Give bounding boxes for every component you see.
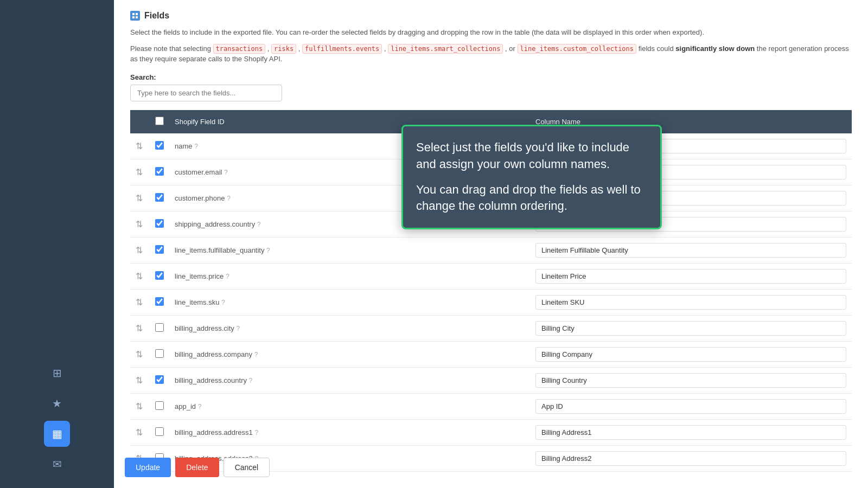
row-checkbox-10[interactable] <box>155 401 164 410</box>
drag-handle-cell: ⇅ <box>130 367 150 393</box>
row-checkbox-5[interactable] <box>155 271 164 280</box>
row-checkbox-3[interactable] <box>155 219 164 228</box>
drag-handle-cell: ⇅ <box>130 315 150 341</box>
field-id-text: billing_address.address1 ? <box>175 428 258 436</box>
column-name-cell <box>530 341 852 367</box>
help-icon[interactable]: ? <box>254 429 258 436</box>
description-text: Select the fields to include in the expo… <box>130 27 852 38</box>
help-icon[interactable]: ? <box>249 377 253 384</box>
row-checkbox-4[interactable] <box>155 245 164 254</box>
column-name-input-8[interactable] <box>535 347 846 362</box>
drag-handle[interactable]: ⇅ <box>136 402 143 411</box>
help-icon[interactable]: ? <box>198 403 202 410</box>
column-name-input-12[interactable] <box>535 451 846 466</box>
tooltip-line1: Select just the fields you'd like to inc… <box>416 139 647 173</box>
column-name-cell <box>530 289 852 315</box>
row-checkbox-9[interactable] <box>155 375 164 384</box>
checkbox-cell <box>150 211 169 237</box>
cancel-button[interactable]: Cancel <box>224 458 270 477</box>
help-icon[interactable]: ? <box>257 221 261 228</box>
section-header: Fields <box>130 11 852 21</box>
drag-handle-cell: ⇅ <box>130 419 150 445</box>
drag-handle[interactable]: ⇅ <box>136 272 143 281</box>
row-checkbox-7[interactable] <box>155 323 164 332</box>
drag-handle[interactable]: ⇅ <box>136 168 143 177</box>
drag-header <box>130 110 150 133</box>
checkbox-cell <box>150 341 169 367</box>
help-icon[interactable]: ? <box>227 195 231 202</box>
field-id-text: app_id ? <box>175 402 201 410</box>
help-icon[interactable]: ? <box>221 299 225 306</box>
checkbox-cell <box>150 289 169 315</box>
checkbox-cell <box>150 185 169 211</box>
drag-handle-cell: ⇅ <box>130 133 150 159</box>
checkbox-cell <box>150 367 169 393</box>
column-name-input-10[interactable] <box>535 399 846 414</box>
sidebar-grid-btn[interactable]: ▦ <box>44 421 70 447</box>
help-icon[interactable]: ? <box>194 143 198 150</box>
svg-rect-2 <box>132 16 135 18</box>
drag-handle[interactable]: ⇅ <box>136 246 143 255</box>
action-buttons: Update Delete Cancel <box>125 458 270 477</box>
row-checkbox-8[interactable] <box>155 349 164 358</box>
column-name-cell <box>530 237 852 263</box>
field-id-cell: line_items.sku ? <box>169 289 530 315</box>
code-transactions: transactions <box>213 44 266 54</box>
code-fulfillments: fulfillments.events <box>302 44 382 54</box>
section-title: Fields <box>144 11 169 21</box>
row-checkbox-11[interactable] <box>155 427 164 436</box>
help-icon[interactable]: ? <box>254 351 258 358</box>
drag-handle-cell: ⇅ <box>130 289 150 315</box>
field-id-cell: billing_address.company ? <box>169 341 530 367</box>
svg-rect-0 <box>132 13 135 15</box>
drag-handle[interactable]: ⇅ <box>136 220 143 229</box>
row-checkbox-6[interactable] <box>155 297 164 306</box>
row-checkbox-0[interactable] <box>155 141 164 150</box>
drag-handle[interactable]: ⇅ <box>136 324 143 333</box>
field-id-text: billing_address.company ? <box>175 350 258 358</box>
row-checkbox-1[interactable] <box>155 167 164 176</box>
column-name-input-4[interactable] <box>535 243 846 258</box>
field-id-cell: billing_address.country ? <box>169 367 530 393</box>
drag-handle[interactable]: ⇅ <box>136 142 143 151</box>
field-id-text: name ? <box>175 142 198 150</box>
checkbox-header <box>150 110 169 133</box>
sidebar-star-btn[interactable]: ★ <box>44 390 70 416</box>
warning-prefix: Please note that selecting <box>130 44 213 53</box>
column-name-cell <box>530 393 852 419</box>
column-name-input-11[interactable] <box>535 425 846 440</box>
code-risks: risks <box>271 44 296 54</box>
tooltip-overlay: Select just the fields you'd like to inc… <box>401 125 662 229</box>
column-name-input-5[interactable] <box>535 269 846 284</box>
update-button[interactable]: Update <box>125 458 171 477</box>
search-input[interactable] <box>130 85 282 101</box>
help-icon[interactable]: ? <box>224 169 228 176</box>
delete-button[interactable]: Delete <box>175 458 219 477</box>
column-name-input-9[interactable] <box>535 373 846 388</box>
drag-handle[interactable]: ⇅ <box>136 428 143 437</box>
field-id-cell: line_items.fulfillable_quantity ? <box>169 237 530 263</box>
content-area: Fields Select the fields to include in t… <box>114 0 868 483</box>
column-name-input-6[interactable] <box>535 295 846 310</box>
column-name-input-7[interactable] <box>535 321 846 336</box>
column-name-cell <box>530 263 852 289</box>
help-icon[interactable]: ? <box>236 325 240 332</box>
sidebar-mail-btn[interactable]: ✉ <box>44 451 70 477</box>
drag-handle[interactable]: ⇅ <box>136 350 143 359</box>
field-id-text: line_items.price ? <box>175 272 229 280</box>
help-icon[interactable]: ? <box>226 273 229 280</box>
sidebar-dashboard-btn[interactable]: ⊞ <box>44 360 70 386</box>
drag-handle[interactable]: ⇅ <box>136 298 143 307</box>
drag-handle[interactable]: ⇅ <box>136 194 143 203</box>
select-all-checkbox[interactable] <box>155 117 164 125</box>
field-id-text: line_items.fulfillable_quantity ? <box>175 246 270 254</box>
column-name-cell <box>530 315 852 341</box>
row-checkbox-2[interactable] <box>155 193 164 202</box>
sidebar-nav: ⊞ ★ ▦ ✉ <box>0 360 114 477</box>
field-id-cell: line_items.price ? <box>169 263 530 289</box>
drag-handle[interactable]: ⇅ <box>136 376 143 385</box>
help-icon[interactable]: ? <box>266 247 270 254</box>
drag-handle-cell: ⇅ <box>130 159 150 185</box>
field-id-text: customer.phone ? <box>175 194 231 202</box>
table-row: ⇅line_items.sku ? <box>130 289 852 315</box>
